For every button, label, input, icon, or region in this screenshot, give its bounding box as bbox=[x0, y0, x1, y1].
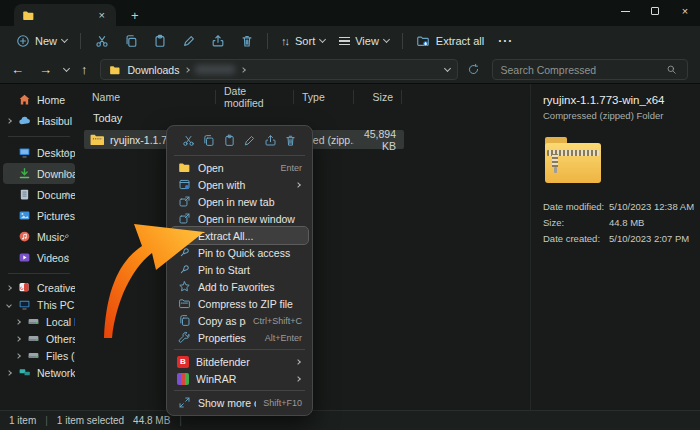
delete-button[interactable] bbox=[233, 31, 260, 52]
more-options-button[interactable]: ··· bbox=[492, 31, 519, 51]
drive-icon bbox=[27, 315, 41, 329]
sidebar-item-pictures[interactable]: Pictures bbox=[3, 205, 75, 226]
menu-item-pin-quick-access[interactable]: Pin to Quick access bbox=[171, 244, 308, 261]
new-button[interactable]: New bbox=[9, 31, 73, 52]
close-button[interactable]: × bbox=[670, 0, 700, 22]
status-bar: 1 item | 1 item selected 44.8 MB | bbox=[0, 410, 700, 430]
sidebar-item-others-d[interactable]: Others (D:) bbox=[3, 330, 75, 347]
cut-button[interactable] bbox=[88, 31, 115, 52]
copy-icon[interactable] bbox=[202, 133, 216, 147]
chevron-down-icon bbox=[383, 36, 390, 43]
sidebar-item-network[interactable]: Network bbox=[3, 364, 75, 381]
copy-path-icon bbox=[177, 314, 191, 328]
menu-item-winrar[interactable]: WinRAR bbox=[171, 370, 308, 387]
paste-icon[interactable] bbox=[222, 133, 236, 147]
tab-close-icon[interactable]: × bbox=[95, 9, 109, 22]
file-explorer-window: × + × New ↑↓ Sort View bbox=[0, 0, 700, 430]
sidebar-item-videos[interactable]: Videos bbox=[3, 247, 75, 268]
sidebar-item-this-pc[interactable]: This PC bbox=[3, 296, 75, 313]
breadcrumb[interactable]: Downloads bbox=[100, 59, 458, 80]
pin-icon bbox=[62, 168, 70, 180]
network-icon bbox=[18, 366, 32, 380]
cut-icon[interactable] bbox=[181, 133, 195, 147]
chevron-right-icon[interactable] bbox=[6, 118, 12, 124]
chevron-right-icon[interactable] bbox=[15, 353, 21, 359]
copy-button[interactable] bbox=[117, 31, 144, 52]
sidebar-item-files-e[interactable]: Files (E:) bbox=[3, 347, 75, 364]
maximize-button[interactable] bbox=[640, 0, 670, 22]
chevron-right-icon[interactable] bbox=[6, 370, 12, 376]
menu-item-show-more-options[interactable]: Show more options Shift+F10 bbox=[171, 394, 308, 411]
trash-icon bbox=[239, 34, 254, 49]
menu-item-bitdefender[interactable]: B Bitdefender bbox=[171, 353, 308, 370]
menu-item-open-new-tab[interactable]: Open in new tab bbox=[171, 193, 308, 210]
videos-icon bbox=[18, 251, 32, 265]
sidebar-item-onedrive[interactable]: Hasibul - Personal bbox=[3, 110, 75, 131]
column-header-size[interactable]: Size bbox=[354, 90, 402, 104]
folder-icon bbox=[108, 63, 122, 77]
explorer-tab[interactable]: × bbox=[14, 4, 116, 26]
winrar-icon bbox=[177, 373, 189, 385]
new-icon bbox=[15, 34, 30, 49]
menu-item-pin-start[interactable]: Pin to Start bbox=[171, 261, 308, 278]
minimize-button[interactable] bbox=[610, 0, 640, 22]
file-size-cell: 45,894 KB bbox=[354, 128, 402, 152]
view-button[interactable]: View bbox=[333, 32, 395, 50]
status-item-count: 1 item bbox=[9, 415, 36, 426]
share-button[interactable] bbox=[204, 31, 231, 52]
paste-button[interactable] bbox=[146, 31, 173, 52]
new-tab-button[interactable]: + bbox=[126, 8, 144, 23]
chevron-right-icon[interactable] bbox=[15, 336, 21, 342]
back-button[interactable]: ← bbox=[8, 62, 27, 77]
view-label: View bbox=[355, 35, 379, 47]
search-input[interactable]: Search Compressed bbox=[492, 59, 688, 80]
sidebar-item-home[interactable]: Home bbox=[3, 89, 75, 110]
details-pane: ryujinx-1.1.773-win_x64 Compressed (zipp… bbox=[530, 84, 700, 410]
breadcrumb-segment-downloads[interactable]: Downloads bbox=[128, 64, 180, 76]
sidebar-item-desktop[interactable]: Desktop bbox=[3, 142, 75, 163]
status-selected-size: 44.8 MB bbox=[133, 415, 170, 426]
context-menu: Open Enter Open with Open in new tab Ope… bbox=[166, 125, 313, 416]
sidebar-item-creative-cloud[interactable]: Creative Cloud Files bbox=[3, 279, 75, 296]
submenu-chevron-icon bbox=[295, 182, 301, 188]
address-dropdown-icon[interactable] bbox=[443, 64, 450, 71]
menu-item-open-with[interactable]: Open with bbox=[171, 176, 308, 193]
sidebar-item-music[interactable]: Music bbox=[3, 226, 75, 247]
share-icon bbox=[210, 34, 225, 49]
refresh-button[interactable] bbox=[467, 63, 481, 77]
share-icon[interactable] bbox=[263, 133, 277, 147]
main-area: Home Hasibul - Personal Desktop Download… bbox=[0, 84, 700, 410]
menu-item-extract-all[interactable]: Extract All... bbox=[171, 227, 308, 244]
rename-icon[interactable] bbox=[243, 133, 257, 147]
menu-item-open-new-window[interactable]: Open in new window bbox=[171, 210, 308, 227]
menu-item-compress-zip[interactable]: Compress to ZIP file bbox=[171, 295, 308, 312]
trash-icon[interactable] bbox=[284, 133, 298, 147]
column-header-date-modified[interactable]: Date modified bbox=[216, 90, 294, 104]
column-header-type[interactable]: Type bbox=[294, 90, 354, 104]
rename-button[interactable] bbox=[175, 31, 202, 52]
sort-button[interactable]: ↑↓ Sort bbox=[275, 32, 331, 50]
pin-icon bbox=[62, 147, 70, 159]
menu-item-copy-as-path[interactable]: Copy as path Ctrl+Shift+C bbox=[171, 312, 308, 329]
sidebar-item-local-disk-c[interactable]: Local Disk (C:) bbox=[3, 313, 75, 330]
chevron-down-icon[interactable] bbox=[6, 302, 12, 308]
history-chevron-icon[interactable] bbox=[63, 64, 70, 71]
menu-item-add-favorites[interactable]: Add to Favorites bbox=[171, 278, 308, 295]
chevron-right-icon[interactable] bbox=[15, 319, 21, 325]
up-button[interactable]: ↑ bbox=[78, 62, 91, 77]
sort-icon: ↑↓ bbox=[281, 35, 288, 47]
sidebar-item-downloads[interactable]: Downloads bbox=[3, 163, 75, 184]
pictures-icon bbox=[18, 209, 32, 223]
drive-icon bbox=[27, 332, 41, 346]
zip-folder-preview-icon bbox=[545, 137, 601, 183]
submenu-chevron-icon bbox=[295, 376, 301, 382]
forward-button[interactable]: → bbox=[36, 62, 55, 77]
breadcrumb-chevron-icon bbox=[241, 67, 247, 73]
column-header-name[interactable]: Name bbox=[84, 90, 216, 104]
chevron-right-icon[interactable] bbox=[6, 285, 12, 291]
extract-all-button[interactable]: Extract all bbox=[410, 31, 490, 52]
star-icon bbox=[177, 280, 191, 294]
menu-item-open[interactable]: Open Enter bbox=[171, 159, 308, 176]
sidebar-item-documents[interactable]: Documents bbox=[3, 184, 75, 205]
menu-item-properties[interactable]: Properties Alt+Enter bbox=[171, 329, 308, 346]
